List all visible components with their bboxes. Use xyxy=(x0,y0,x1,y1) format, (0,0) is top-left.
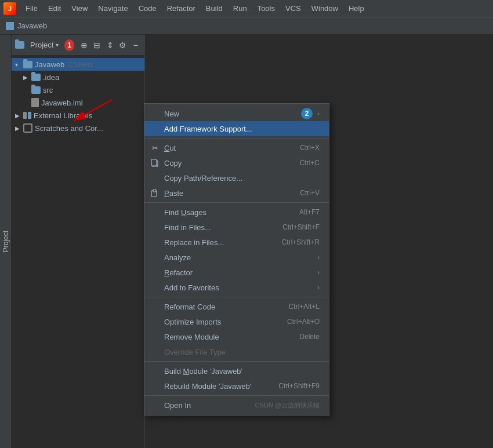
window-title: Javaweb xyxy=(17,21,47,30)
separator-3 xyxy=(144,297,329,297)
menubar: J File Edit View Navigate Code Refactor … xyxy=(0,0,493,17)
remove-module-icon xyxy=(150,332,160,341)
context-menu: New 2 › Add Framework Support... ✂ Cut C… xyxy=(144,103,329,416)
svg-rect-3 xyxy=(153,190,156,192)
separator-5 xyxy=(144,395,329,396)
collapse-btn[interactable]: ⇕ xyxy=(104,39,115,52)
folder-icon xyxy=(15,41,24,49)
favorites-icon xyxy=(150,283,160,292)
side-tab[interactable]: Project xyxy=(0,35,12,448)
main-area: Project Project ▾ 1 ⊕ ⊟ ⇕ ⚙ − ▾ xyxy=(0,35,493,448)
tree-view: ▾ Javaweb C:\Users ▶ .idea xyxy=(12,56,144,448)
src-folder-icon xyxy=(31,86,41,94)
menu-edit[interactable]: Edit xyxy=(44,2,66,14)
tree-item-extlibs[interactable]: ▶ External Libraries xyxy=(12,109,144,122)
menu-remove-module[interactable]: Remove Module Delete xyxy=(144,329,329,344)
separator-2 xyxy=(144,202,329,203)
iml-file-icon xyxy=(31,98,39,107)
settings-btn[interactable]: ⚙ xyxy=(118,39,128,52)
menu-build[interactable]: Build xyxy=(201,2,227,14)
menu-paste[interactable]: Paste Ctrl+V xyxy=(144,185,329,201)
dropdown-arrow: ▾ xyxy=(56,42,59,48)
menu-file[interactable]: File xyxy=(21,2,42,14)
build-module-icon xyxy=(150,366,160,376)
menu-navigate[interactable]: Navigate xyxy=(93,2,132,14)
tree-item-iml[interactable]: Javaweb.iml xyxy=(12,96,144,109)
menu-window[interactable]: Window xyxy=(307,2,343,14)
menu-code[interactable]: Code xyxy=(134,2,161,14)
separator-4 xyxy=(144,361,329,362)
hide-btn[interactable]: − xyxy=(130,39,141,52)
add-btn[interactable]: ⊕ xyxy=(79,39,89,52)
menu-view[interactable]: View xyxy=(67,2,92,14)
open-in-icon xyxy=(150,400,160,410)
menu-cut[interactable]: ✂ Cut Ctrl+X xyxy=(144,140,329,155)
project-icon xyxy=(6,22,14,30)
paste-icon xyxy=(150,188,160,198)
titlebar: Javaweb xyxy=(0,17,493,35)
reformat-icon xyxy=(150,302,160,311)
svg-rect-1 xyxy=(151,159,157,166)
scratches-icon xyxy=(23,123,32,133)
framework-icon xyxy=(150,124,160,133)
replace-files-icon xyxy=(150,238,160,247)
menu-open-in[interactable]: Open In CSDN @云边的快乐猫 xyxy=(144,398,329,413)
copy-path-icon xyxy=(150,173,160,183)
menu-find-files[interactable]: Find in Files... Ctrl+Shift+F xyxy=(144,220,329,235)
layout-btn[interactable]: ⊟ xyxy=(92,39,102,52)
idea-folder-icon xyxy=(31,74,41,81)
menu-vcs[interactable]: VCS xyxy=(281,2,306,14)
rebuild-module-icon xyxy=(150,381,160,391)
project-toolbar: Project ▾ 1 ⊕ ⊟ ⇕ ⚙ − xyxy=(12,35,144,56)
app-logo: J xyxy=(3,2,16,15)
menu-analyze[interactable]: Analyze › xyxy=(144,250,329,265)
tree-item-scratches[interactable]: ▶ Scratches and Cor... xyxy=(12,122,144,134)
badge-2: 2 xyxy=(301,108,313,119)
tree-item-idea[interactable]: ▶ .idea xyxy=(12,71,144,83)
analyze-icon xyxy=(150,253,160,262)
badge-1: 1 xyxy=(64,39,74,51)
menu-help[interactable]: Help xyxy=(344,2,369,14)
project-dropdown[interactable]: Project ▾ xyxy=(27,39,62,50)
menu-replace-files[interactable]: Replace in Files... Ctrl+Shift+R xyxy=(144,235,329,250)
menu-override-file-type: Override File Type xyxy=(144,344,329,359)
extlibs-icon xyxy=(23,112,31,119)
menu-copy-path[interactable]: Copy Path/Reference... xyxy=(144,170,329,185)
find-usages-icon xyxy=(150,207,160,217)
copy-icon xyxy=(150,158,160,167)
find-files-icon xyxy=(150,223,160,232)
cut-icon: ✂ xyxy=(150,143,160,152)
menu-refactor[interactable]: Refactor xyxy=(162,2,200,14)
menu-build-module[interactable]: Build Module 'Javaweb' xyxy=(144,363,329,378)
project-panel: Project ▾ 1 ⊕ ⊟ ⇕ ⚙ − ▾ Javaweb C:\Users xyxy=(12,35,145,448)
new-icon xyxy=(150,109,160,118)
menu-add-framework[interactable]: Add Framework Support... xyxy=(144,121,329,136)
optimize-icon xyxy=(150,317,160,326)
side-tab-label[interactable]: Project xyxy=(2,231,10,252)
menu-copy[interactable]: Copy Ctrl+C xyxy=(144,155,329,170)
override-icon xyxy=(150,347,160,356)
menu-new[interactable]: New 2 › xyxy=(144,106,329,121)
root-folder-icon xyxy=(23,61,32,68)
menu-refactor[interactable]: Refactor › xyxy=(144,265,329,280)
menu-rebuild-module[interactable]: Rebuild Module 'Javaweb' Ctrl+Shift+F9 xyxy=(144,378,329,394)
menu-run[interactable]: Run xyxy=(229,2,252,14)
separator-1 xyxy=(144,138,329,139)
menu-reformat[interactable]: Reformat Code Ctrl+Alt+L xyxy=(144,299,329,314)
tree-item-javaweb[interactable]: ▾ Javaweb C:\Users xyxy=(12,58,144,71)
refactor-icon xyxy=(150,268,160,277)
tree-item-src[interactable]: src xyxy=(12,83,144,96)
menu-add-favorites[interactable]: Add to Favorites › xyxy=(144,280,329,295)
menu-optimize[interactable]: Optimize Imports Ctrl+Alt+O xyxy=(144,314,329,329)
menu-tools[interactable]: Tools xyxy=(253,2,280,14)
menu-find-usages[interactable]: Find Usages Alt+F7 xyxy=(144,205,329,220)
